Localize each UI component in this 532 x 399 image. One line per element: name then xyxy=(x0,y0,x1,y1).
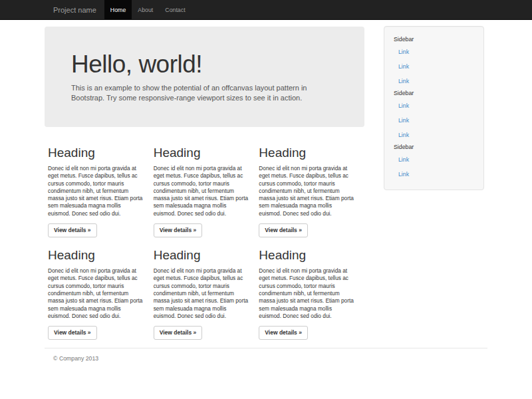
jumbotron: Hello, world! This is an example to show… xyxy=(45,27,364,127)
card-body-text: Donec id elit non mi porta gravida at eg… xyxy=(154,165,249,217)
page-container: Hello, world! This is an example to show… xyxy=(45,20,487,362)
sidebar-link[interactable]: Link xyxy=(394,74,474,88)
card-heading: Heading xyxy=(259,146,354,160)
sidebar-link[interactable]: Link xyxy=(394,59,474,74)
feature-card: Heading Donec id elit non mi porta gravi… xyxy=(259,237,354,340)
view-details-button[interactable]: View details » xyxy=(154,223,203,237)
feature-card: Heading Donec id elit non mi porta gravi… xyxy=(48,135,143,237)
view-details-button[interactable]: View details » xyxy=(259,223,308,237)
view-details-button[interactable]: View details » xyxy=(48,326,97,340)
card-body-text: Donec id elit non mi porta gravida at eg… xyxy=(259,165,354,217)
card-body-text: Donec id elit non mi porta gravida at eg… xyxy=(259,267,354,320)
navbar-brand[interactable]: Project name xyxy=(45,0,104,20)
feature-card: Heading Donec id elit non mi porta gravi… xyxy=(154,237,249,340)
nav-item-home[interactable]: Home xyxy=(104,0,132,20)
card-body-text: Donec id elit non mi porta gravida at eg… xyxy=(48,267,143,320)
card-heading: Heading xyxy=(154,146,249,160)
sidebar-group-header: Sidebar xyxy=(394,88,474,98)
jumbotron-subtitle: This is an example to show the potential… xyxy=(71,83,338,103)
card-heading: Heading xyxy=(259,248,354,262)
view-details-button[interactable]: View details » xyxy=(154,326,203,340)
sidebar-link[interactable]: Link xyxy=(394,167,474,182)
nav-item-about[interactable]: About xyxy=(132,0,159,20)
sidebar-link[interactable]: Link xyxy=(394,45,474,59)
sidebar-group-header: Sidebar xyxy=(394,142,474,152)
feature-card: Heading Donec id elit non mi porta gravi… xyxy=(154,135,249,237)
navbar-menu: Home About Contact xyxy=(104,0,192,20)
page-footer: © Company 2013 xyxy=(45,348,487,362)
sidebar-link[interactable]: Link xyxy=(394,113,474,128)
feature-card: Heading Donec id elit non mi porta gravi… xyxy=(48,237,143,340)
sidebar-column: Sidebar Link Link Link Sidebar Link Link… xyxy=(384,20,484,190)
navbar: Project name Home About Contact xyxy=(0,0,532,20)
sidebar-link[interactable]: Link xyxy=(394,98,474,113)
view-details-button[interactable]: View details » xyxy=(259,326,308,340)
sidebar-link[interactable]: Link xyxy=(394,152,474,167)
nav-item-contact[interactable]: Contact xyxy=(159,0,191,20)
sidebar-link[interactable]: Link xyxy=(394,128,474,142)
sidebar-well: Sidebar Link Link Link Sidebar Link Link… xyxy=(384,26,484,190)
card-body-text: Donec id elit non mi porta gravida at eg… xyxy=(48,165,143,217)
feature-card: Heading Donec id elit non mi porta gravi… xyxy=(259,135,354,237)
main-content: Hello, world! This is an example to show… xyxy=(45,20,364,340)
page-title: Hello, world! xyxy=(71,51,338,78)
card-row-1: Heading Donec id elit non mi porta gravi… xyxy=(45,135,364,237)
card-row-2: Heading Donec id elit non mi porta gravi… xyxy=(45,237,364,340)
sidebar-group-header: Sidebar xyxy=(394,35,474,45)
card-heading: Heading xyxy=(48,248,143,262)
offcanvas-row: Hello, world! This is an example to show… xyxy=(45,20,487,340)
view-details-button[interactable]: View details » xyxy=(48,223,97,237)
navbar-container: Project name Home About Contact xyxy=(45,0,487,20)
card-body-text: Donec id elit non mi porta gravida at eg… xyxy=(154,267,249,320)
footer-divider xyxy=(45,348,487,348)
copyright-text: © Company 2013 xyxy=(53,355,487,362)
card-heading: Heading xyxy=(154,248,249,262)
card-heading: Heading xyxy=(48,146,143,160)
